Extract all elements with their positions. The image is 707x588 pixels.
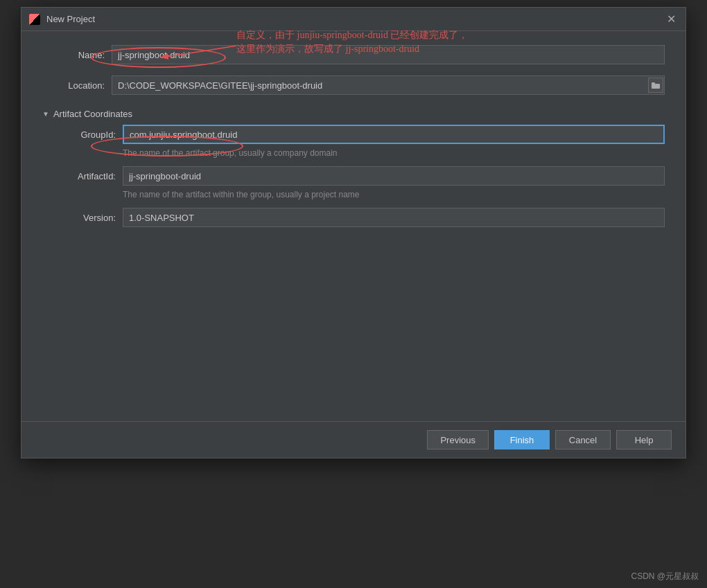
- version-row: Version:: [53, 208, 665, 227]
- artifactid-input[interactable]: [123, 166, 665, 186]
- name-input[interactable]: [112, 45, 665, 64]
- groupid-hint: The name of the artifact group, usually …: [53, 148, 665, 158]
- dialog-overlay: New Project ✕ Name: Location:: [0, 0, 707, 588]
- artifact-section-label: Artifact Coordinates: [53, 109, 132, 119]
- location-label: Location:: [42, 80, 105, 91]
- name-row: Name:: [42, 45, 665, 64]
- title-left: New Project: [28, 13, 95, 26]
- version-label: Version:: [53, 213, 116, 223]
- location-input[interactable]: [112, 75, 665, 95]
- svg-rect-1: [652, 82, 655, 84]
- close-button[interactable]: ✕: [663, 12, 679, 27]
- dialog-footer: Previous Finish Cancel Help: [21, 421, 686, 458]
- intellij-icon: [28, 13, 41, 26]
- cancel-button[interactable]: Cancel: [555, 430, 611, 449]
- folder-icon: [652, 82, 660, 89]
- version-input[interactable]: [123, 208, 665, 227]
- previous-button[interactable]: Previous: [427, 430, 489, 449]
- groupid-row: GroupId:: [53, 125, 665, 144]
- help-button[interactable]: Help: [616, 430, 672, 449]
- artifactid-hint: The name of the artifact within the grou…: [53, 190, 665, 199]
- content-spacer: [21, 241, 686, 421]
- name-label: Name:: [42, 50, 105, 60]
- dialog-titlebar: New Project ✕: [21, 8, 686, 31]
- artifact-header: ▼ Artifact Coordinates: [42, 109, 665, 119]
- dialog-content: Name: Location:: [21, 31, 686, 241]
- browse-folder-button[interactable]: [648, 78, 663, 93]
- finish-button[interactable]: Finish: [494, 430, 550, 449]
- artifactid-label: ArtifactId:: [53, 171, 116, 181]
- dialog-title: New Project: [46, 14, 95, 24]
- artifact-content: GroupId: The name of the artifact group,…: [42, 125, 665, 227]
- artifactid-row: ArtifactId:: [53, 166, 665, 186]
- new-project-dialog: New Project ✕ Name: Location:: [21, 7, 686, 458]
- svg-rect-0: [652, 84, 660, 89]
- artifact-section: ▼ Artifact Coordinates GroupId: The name…: [42, 106, 665, 227]
- location-wrapper: [112, 75, 665, 95]
- section-toggle-icon[interactable]: ▼: [42, 110, 49, 118]
- groupid-label: GroupId:: [53, 130, 116, 140]
- location-row: Location:: [42, 75, 665, 95]
- groupid-input[interactable]: [123, 125, 665, 144]
